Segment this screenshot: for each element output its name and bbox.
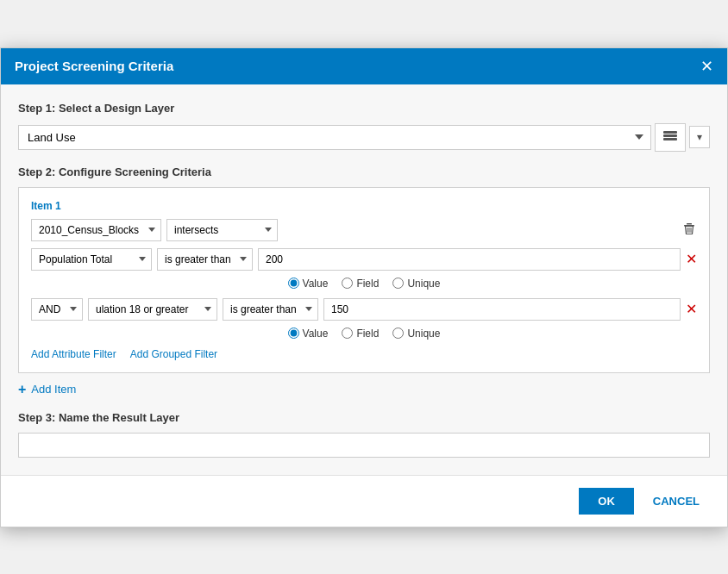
layer-select-row: Land Use Roads Parcels ▾	[18, 123, 710, 152]
layer-dropdown[interactable]: Land Use Roads Parcels	[18, 125, 651, 150]
add-links-row: Add Attribute Filter Add Grouped Filter	[31, 348, 697, 360]
radio-unique-1[interactable]: Unique	[392, 278, 440, 290]
population-field-select[interactable]: Population Total	[31, 248, 152, 271]
dialog-container: Project Screening Criteria ✕ Step 1: Sel…	[0, 47, 728, 527]
cancel-button[interactable]: CANCEL	[643, 488, 710, 515]
value-input-2[interactable]	[323, 298, 681, 321]
value-input-1[interactable]	[258, 248, 681, 271]
radio-row-1: Value Field Unique	[31, 278, 697, 290]
radio-value-input-1[interactable]	[288, 278, 299, 289]
attribute-row-1: Population Total is greater than is less…	[31, 248, 697, 271]
criteria-box: Item 1 2010_Census_Blocks intersects doe…	[18, 187, 710, 373]
step1-section: Step 1: Select a Design Layer Land Use R…	[18, 102, 710, 152]
item-label: Item 1	[31, 200, 697, 212]
radio-field-2[interactable]: Field	[342, 328, 379, 340]
radio-unique-2[interactable]: Unique	[392, 328, 440, 340]
layer-filter-row: 2010_Census_Blocks intersects does not i…	[31, 219, 697, 241]
pop18-field-select[interactable]: ulation 18 or greater	[88, 298, 217, 321]
radio-unique-input-1[interactable]	[392, 278, 404, 289]
comparator-select-1[interactable]: is greater than is less than equals	[157, 248, 253, 271]
census-layer-select[interactable]: 2010_Census_Blocks	[31, 219, 161, 241]
remove-filter-1-button[interactable]: ✕	[686, 251, 697, 267]
radio-field-1[interactable]: Field	[342, 278, 379, 290]
dropdown-arrow-button[interactable]: ▾	[689, 126, 710, 148]
dialog-title: Project Screening Criteria	[15, 59, 173, 73]
remove-filter-2-button[interactable]: ✕	[686, 301, 697, 317]
svg-rect-4	[687, 223, 692, 225]
add-item-plus-icon: +	[18, 382, 26, 397]
ok-button[interactable]: OK	[579, 488, 634, 515]
radio-value-input-2[interactable]	[288, 328, 299, 339]
dialog-body: Step 1: Select a Design Layer Land Use R…	[1, 84, 727, 475]
radio-row-2: Value Field Unique	[31, 328, 697, 340]
step2-section: Step 2: Configure Screening Criteria Ite…	[18, 165, 710, 397]
add-item-row[interactable]: + Add Item	[18, 382, 710, 397]
comparator-select-2[interactable]: is greater than is less than equals	[223, 298, 318, 321]
result-layer-input[interactable]	[18, 433, 710, 458]
step2-label: Step 2: Configure Screening Criteria	[18, 165, 710, 178]
add-grouped-filter-button[interactable]: Add Grouped Filter	[130, 348, 217, 360]
radio-field-input-2[interactable]	[342, 328, 353, 339]
svg-rect-1	[663, 134, 677, 137]
add-attribute-filter-button[interactable]: Add Attribute Filter	[31, 348, 116, 360]
svg-rect-0	[663, 138, 677, 140]
radio-value-1[interactable]: Value	[288, 278, 329, 290]
delete-item-button[interactable]	[681, 221, 697, 240]
dialog-footer: OK CANCEL	[1, 475, 727, 527]
layers-icon	[662, 128, 678, 144]
conjunction-select[interactable]: AND OR	[31, 298, 83, 321]
attribute-row-2: AND OR ulation 18 or greater is greater …	[31, 298, 697, 321]
radio-unique-input-2[interactable]	[392, 328, 404, 339]
svg-rect-2	[663, 131, 677, 134]
radio-value-2[interactable]: Value	[288, 328, 329, 340]
dialog-header: Project Screening Criteria ✕	[1, 48, 727, 84]
add-item-label: Add Item	[31, 383, 76, 396]
step1-label: Step 1: Select a Design Layer	[18, 102, 710, 115]
close-button[interactable]: ✕	[700, 59, 713, 74]
layers-icon-button[interactable]	[655, 123, 686, 152]
trash-icon	[681, 221, 697, 236]
step3-label: Step 3: Name the Result Layer	[18, 411, 710, 424]
radio-field-input-1[interactable]	[342, 278, 353, 289]
intersects-select[interactable]: intersects does not intersect contains	[166, 219, 278, 241]
step3-section: Step 3: Name the Result Layer	[18, 411, 710, 458]
